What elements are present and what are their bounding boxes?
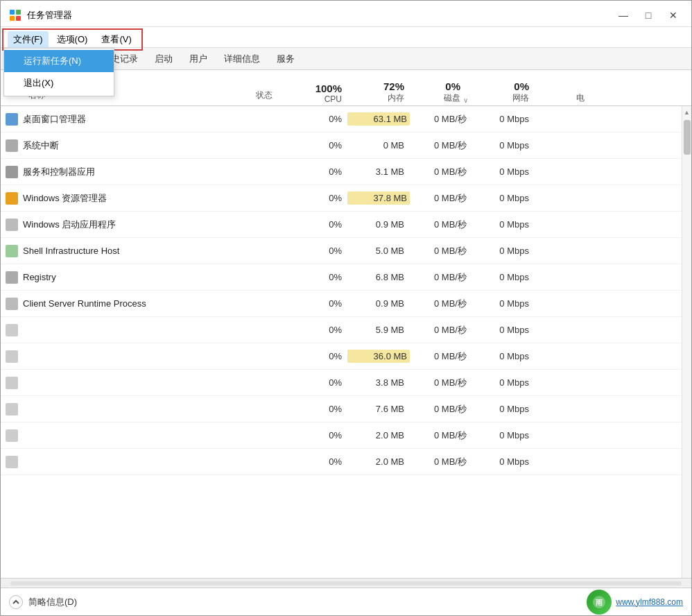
task-manager-window: 任务管理器 — □ ✕ 文件(F) 选项(O) 查看(V) 运行新任务(N) 退… [0,0,692,616]
row-name-0: 桌面窗口管理器 [23,113,236,126]
table-row[interactable]: Shell Infrastructure Host 0% 5.0 MB 0 MB… [1,238,682,264]
status-bar: 简略信息(D) 雨 www.ylmf888.com [1,588,691,615]
row-cpu-2: 0% [292,166,347,177]
row-icon-5 [1,245,23,257]
row-name-4: Windows 启动应用程序 [23,219,236,231]
row-cpu-8: 0% [292,325,347,335]
table-wrapper: 桌面窗口管理器 0% 63.1 MB 0 MB/秒 0 Mbps 系统中断 0%… [1,106,691,578]
scroll-up-arrow[interactable]: ▲ [682,108,691,117]
row-icon-4 [1,219,23,231]
row-cpu-13: 0% [292,456,347,467]
table-row[interactable]: 0% 7.6 MB 0 MB/秒 0 Mbps [1,396,682,422]
row-cpu-0: 0% [292,114,347,124]
table-row[interactable]: Windows 启动应用程序 0% 0.9 MB 0 MB/秒 0 Mbps [1,212,682,238]
row-icon-1 [1,139,23,152]
row-net-6: 0 Mbps [472,272,535,282]
row-icon-13 [1,456,23,468]
row-name-5: Shell Infrastructure Host [23,246,236,256]
row-disk-7: 0 MB/秒 [410,298,472,310]
tab-services[interactable]: 服务 [268,49,303,69]
title-controls: — □ ✕ [614,8,683,23]
vertical-scrollbar[interactable]: ▲ [682,106,691,578]
row-cpu-1: 0% [292,140,347,151]
menu-file[interactable]: 文件(F) [8,31,49,48]
status-left: 简略信息(D) [9,595,77,609]
window-title: 任务管理器 [27,9,72,22]
row-cpu-4: 0% [292,219,347,230]
h-scroll-track [10,581,682,585]
row-net-2: 0 Mbps [472,166,535,177]
row-icon-0 [1,113,23,126]
row-net-10: 0 Mbps [472,377,535,388]
row-cpu-11: 0% [292,404,347,414]
menu-run-new-task[interactable]: 运行新任务(N) [4,50,114,72]
table-row[interactable]: Client Server Runtime Process 0% 0.9 MB … [1,291,682,317]
maximize-button[interactable]: □ [639,8,658,23]
tab-details[interactable]: 详细信息 [216,49,268,69]
row-net-3: 0 Mbps [472,193,535,203]
svg-text:雨: 雨 [596,599,603,606]
menu-bar: 文件(F) 选项(O) 查看(V) 运行新任务(N) 退出(X) [1,27,691,48]
col-power-header[interactable]: 电 [535,92,590,104]
col-cpu-header[interactable]: 100% CPU [292,83,347,104]
watermark-logo: 雨 [587,590,612,615]
row-icon-7 [1,298,23,310]
row-mem-11: 7.6 MB [347,404,410,414]
menu-options[interactable]: 选项(O) [51,31,94,48]
row-net-13: 0 Mbps [472,456,535,467]
process-table: 桌面窗口管理器 0% 63.1 MB 0 MB/秒 0 Mbps 系统中断 0%… [1,106,682,578]
row-disk-9: 0 MB/秒 [410,350,472,363]
svg-rect-2 [10,16,15,21]
row-mem-5: 5.0 MB [347,246,410,256]
table-row[interactable]: Windows 资源管理器 0% 37.8 MB 0 MB/秒 0 Mbps [1,185,682,212]
row-disk-12: 0 MB/秒 [410,429,472,442]
tab-startup[interactable]: 启动 [146,49,181,69]
table-row[interactable]: 系统中断 0% 0 MB 0 MB/秒 0 Mbps [1,132,682,159]
row-disk-3: 0 MB/秒 [410,192,472,205]
col-net-header[interactable]: 0% 网络 [472,80,535,104]
row-mem-3: 37.8 MB [347,191,410,205]
horizontal-scrollbar[interactable] [1,578,691,588]
row-disk-8: 0 MB/秒 [410,324,472,336]
tab-users[interactable]: 用户 [181,49,216,69]
logo-icon: 雨 [591,594,607,610]
scroll-thumb[interactable] [684,120,691,155]
row-disk-1: 0 MB/秒 [410,139,472,152]
expand-button[interactable] [9,595,23,609]
table-row[interactable]: 0% 3.8 MB 0 MB/秒 0 Mbps [1,370,682,396]
table-row[interactable]: 服务和控制器应用 0% 3.1 MB 0 MB/秒 0 Mbps [1,159,682,185]
table-row[interactable]: 0% 2.0 MB 0 MB/秒 0 Mbps [1,449,682,475]
table-row[interactable]: 0% 5.9 MB 0 MB/秒 0 Mbps [1,317,682,343]
menu-exit[interactable]: 退出(X) [4,72,114,94]
row-mem-4: 0.9 MB [347,219,410,230]
row-mem-6: 6.8 MB [347,272,410,282]
row-mem-13: 2.0 MB [347,456,410,467]
col-mem-header[interactable]: 72% 内存 [347,80,410,104]
row-net-8: 0 Mbps [472,325,535,335]
row-mem-1: 0 MB [347,140,410,151]
table-row[interactable]: Registry 0% 6.8 MB 0 MB/秒 0 Mbps [1,264,682,291]
row-cpu-5: 0% [292,246,347,256]
minimize-button[interactable]: — [614,8,633,23]
row-icon-11 [1,403,23,416]
row-name-6: Registry [23,272,236,282]
chevron-up-icon [12,598,20,606]
row-net-1: 0 Mbps [472,140,535,151]
watermark-url: www.ylmf888.com [616,597,683,607]
row-icon-12 [1,429,23,442]
sort-icon: ∨ [460,96,471,104]
table-row[interactable]: 0% 2.0 MB 0 MB/秒 0 Mbps [1,422,682,449]
row-net-5: 0 Mbps [472,246,535,256]
row-net-11: 0 Mbps [472,404,535,414]
row-icon-9 [1,350,23,363]
row-net-12: 0 Mbps [472,430,535,440]
title-bar: 任务管理器 — □ ✕ [1,1,691,27]
close-button[interactable]: ✕ [664,8,683,23]
menu-view[interactable]: 查看(V) [96,31,137,48]
row-net-0: 0 Mbps [472,114,535,124]
row-disk-6: 0 MB/秒 [410,271,472,284]
row-mem-0: 63.1 MB [347,112,410,126]
table-row[interactable]: 桌面窗口管理器 0% 63.1 MB 0 MB/秒 0 Mbps [1,106,682,132]
col-disk-header[interactable]: 0% 磁盘 ∨ [410,80,472,104]
table-row[interactable]: 0% 36.0 MB 0 MB/秒 0 Mbps [1,343,682,370]
